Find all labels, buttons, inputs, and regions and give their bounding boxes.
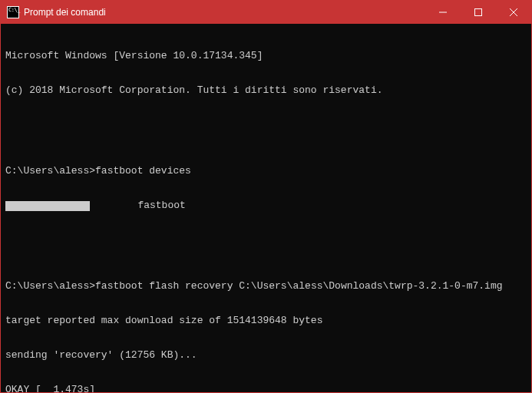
output-line: OKAY [ 1.473s]	[5, 384, 527, 393]
minimize-button[interactable]	[425, 1, 461, 24]
command-line-1: C:\Users\aless>fastboot devices	[5, 165, 527, 177]
command-text: fastboot flash recovery C:\Users\aless\D…	[95, 280, 503, 292]
blank-line	[5, 234, 527, 246]
command-text: fastboot devices	[95, 165, 191, 177]
close-button[interactable]	[496, 1, 531, 24]
command-line-2: C:\Users\aless>fastboot flash recovery C…	[5, 280, 527, 292]
window-title: Prompt dei comandi	[24, 7, 106, 18]
copyright-line: (c) 2018 Microsoft Corporation. Tutti i …	[5, 84, 527, 96]
minimize-icon	[439, 8, 447, 16]
terminal-area[interactable]: Microsoft Windows [Versione 10.0.17134.3…	[1, 24, 531, 393]
output-line: target reported max download size of 151…	[5, 315, 527, 326]
device-state: fastboot	[90, 200, 186, 211]
prompt: C:\Users\aless>	[5, 165, 95, 177]
maximize-button[interactable]	[461, 1, 496, 24]
redacted-device-serial	[5, 201, 90, 211]
blank-line	[5, 119, 527, 130]
svg-rect-1	[475, 9, 482, 16]
close-icon	[510, 8, 517, 16]
titlebar[interactable]: Prompt dei comandi	[1, 1, 531, 24]
cmd-icon	[7, 6, 19, 18]
maximize-icon	[474, 8, 482, 16]
output-devices: fastboot	[5, 200, 527, 211]
prompt: C:\Users\aless>	[5, 280, 95, 292]
os-version-line: Microsoft Windows [Versione 10.0.17134.3…	[5, 50, 527, 61]
output-line: sending 'recovery' (12756 KB)...	[5, 349, 527, 361]
